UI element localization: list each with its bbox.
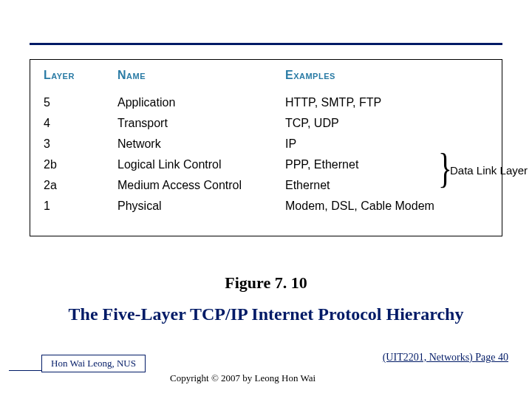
figure-number: Figure 7. 10 bbox=[0, 273, 532, 293]
cell-layer: 5 bbox=[44, 92, 103, 113]
cell-examples: HTTP, SMTP, FTP bbox=[285, 92, 433, 113]
copyright: Copyright © 2007 by Leong Hon Wai bbox=[170, 372, 316, 384]
col-layer: Layer 5 4 3 2b 2a 1 bbox=[44, 69, 103, 216]
brace-group: } Data Link Layer bbox=[435, 152, 502, 194]
cell-name: Physical bbox=[117, 196, 265, 216]
cell-layer: 3 bbox=[44, 134, 103, 154]
top-rule bbox=[30, 43, 502, 45]
author-rule bbox=[9, 370, 41, 372]
cell-examples: Modem, DSL, Cable Modem bbox=[285, 196, 433, 216]
cell-examples: TCP, UDP bbox=[285, 113, 433, 134]
cell-layer: 2b bbox=[44, 154, 103, 175]
cell-layer: 4 bbox=[44, 113, 103, 134]
cell-name: Logical Link Control bbox=[117, 154, 265, 175]
header-examples: Examples bbox=[285, 69, 433, 82]
brace-label: Data Link Layer bbox=[450, 164, 528, 177]
col-examples: Examples HTTP, SMTP, FTP TCP, UDP IP PPP… bbox=[285, 69, 433, 216]
cell-name: Medium Access Control bbox=[117, 175, 265, 196]
col-name: Name Application Transport Network Logic… bbox=[117, 69, 265, 216]
page-reference: (UIT2201, Networks) Page 40 bbox=[383, 352, 508, 364]
figure-title: The Five-Layer TCP/IP Internet Protocol … bbox=[0, 304, 532, 324]
slide: Layer 5 4 3 2b 2a 1 Name Application Tra… bbox=[0, 0, 532, 399]
cell-examples: Ethernet bbox=[285, 175, 433, 196]
cell-name: Network bbox=[117, 134, 265, 154]
cell-examples: PPP, Ethernet bbox=[285, 154, 433, 175]
cell-name: Application bbox=[117, 92, 265, 113]
cell-name: Transport bbox=[117, 113, 265, 134]
header-layer: Layer bbox=[44, 69, 103, 82]
cell-layer: 2a bbox=[44, 175, 103, 196]
cell-layer: 1 bbox=[44, 196, 103, 216]
author-box: Hon Wai Leong, NUS bbox=[41, 355, 146, 372]
layer-table: Layer 5 4 3 2b 2a 1 Name Application Tra… bbox=[30, 59, 502, 236]
cell-examples: IP bbox=[285, 134, 433, 154]
header-name: Name bbox=[117, 69, 265, 82]
